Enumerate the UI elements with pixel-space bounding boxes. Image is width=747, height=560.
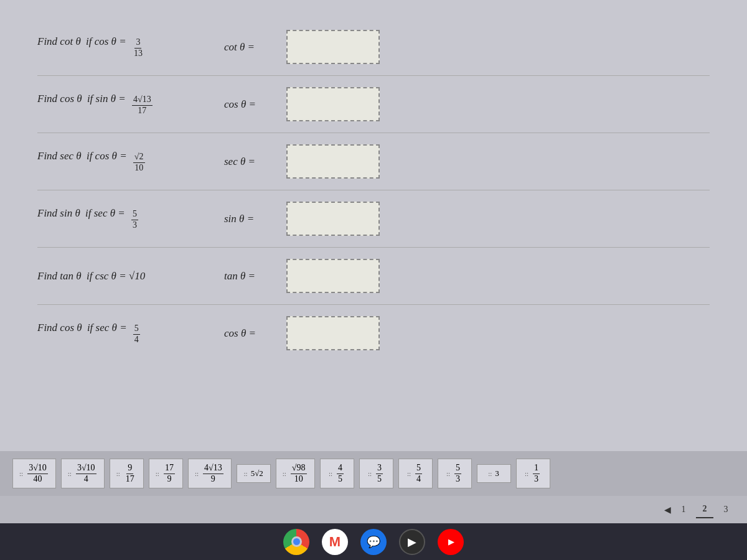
answer-input-3[interactable]: [286, 144, 380, 179]
condition-label-6: if sec θ =: [87, 322, 129, 334]
condition-label-2: if sin θ =: [87, 93, 128, 105]
frac-den-4: 3: [131, 220, 138, 231]
value-frac-1: 3 13: [133, 37, 144, 59]
answer-label-2: cos θ =: [224, 98, 274, 111]
screen: Find cot θ if cos θ = 3 13 cot θ = Find …: [0, 0, 747, 523]
answer-label-3: sec θ =: [224, 156, 274, 168]
find-label-1: Find cot θ: [37, 35, 83, 48]
answer-bar: :: 3√10 40 :: 3√10 4 :: 9 17 :: 17 9: [0, 451, 747, 497]
frac-num-4: 5: [131, 209, 138, 220]
problem-row-1: Find cot θ if cos θ = 3 13 cot θ =: [37, 19, 710, 75]
frac-den-1: 13: [133, 49, 144, 59]
answer-tile-1[interactable]: :: 3√10 40: [12, 459, 56, 489]
play-taskbar-icon[interactable]: ▶: [399, 529, 425, 555]
problem-row-3: Find sec θ if cos θ = √2 10 sec θ =: [37, 133, 710, 190]
problem-text-2: Find cos θ if sin θ = 4√13 17: [37, 93, 212, 116]
answer-input-1[interactable]: [286, 30, 380, 64]
page-button-3[interactable]: 3: [717, 501, 735, 518]
frac-den-6: 4: [133, 335, 140, 345]
answer-input-6[interactable]: [286, 316, 380, 350]
answer-tile-12[interactable]: :: 3: [477, 464, 511, 483]
find-label-2: Find cos θ: [37, 93, 85, 105]
answer-tile-5[interactable]: :: 4√13 9: [188, 459, 232, 489]
answer-label-1: cot θ =: [224, 41, 274, 54]
gmail-letter: M: [329, 534, 341, 550]
value-frac-6: 5 4: [133, 324, 140, 345]
youtube-icon-symbol: ▶: [448, 538, 454, 546]
answer-tile-10[interactable]: :: 5 4: [398, 459, 433, 489]
chat-icon-symbol: 💬: [367, 535, 380, 549]
answer-input-4[interactable]: [286, 202, 380, 236]
answer-input-5[interactable]: [286, 259, 380, 293]
problem-text-6: Find cos θ if sec θ = 5 4: [37, 322, 212, 345]
problem-text-4: Find sin θ if sec θ = 5 3: [37, 207, 212, 231]
problem-row-5: Find tan θ if csc θ = √10 tan θ =: [37, 248, 710, 304]
frac-den-3: 10: [133, 163, 144, 174]
page-button-1[interactable]: 1: [675, 501, 692, 518]
find-label-4: Find sin θ: [37, 207, 83, 220]
problem-row-2: Find cos θ if sin θ = 4√13 17 cos θ =: [37, 76, 710, 133]
problem-row-6: Find cos θ if sec θ = 5 4 cos θ =: [37, 305, 710, 362]
chrome-taskbar-icon[interactable]: [283, 529, 309, 555]
main-content: Find cot θ if cos θ = 3 13 cot θ = Find …: [0, 0, 747, 451]
answer-tile-13[interactable]: :: 1 3: [516, 459, 550, 489]
chat-taskbar-icon[interactable]: 💬: [360, 529, 387, 555]
answer-label-4: sin θ =: [224, 213, 274, 225]
taskbar: M 💬 ▶ ▶: [0, 523, 747, 560]
answer-tile-11[interactable]: :: 5 3: [438, 459, 472, 489]
problem-text-1: Find cot θ if cos θ = 3 13: [37, 35, 212, 59]
answer-tile-8[interactable]: :: 4 5: [320, 459, 354, 489]
chrome-center: [291, 536, 302, 547]
value-frac-3: √2 10: [133, 152, 145, 174]
problem-text-5: Find tan θ if csc θ = √10: [37, 270, 212, 282]
frac-num-6: 5: [133, 324, 140, 335]
frac-den-2: 17: [136, 106, 148, 116]
problem-row-4: Find sin θ if sec θ = 5 3 sin θ =: [37, 190, 710, 247]
answer-label-5: tan θ =: [224, 270, 274, 282]
answer-tile-6[interactable]: :: 5√2: [237, 464, 271, 483]
condition-label-4: if sec θ =: [85, 207, 128, 220]
value-frac-4: 5 3: [131, 209, 138, 231]
answer-tile-2[interactable]: :: 3√10 4: [61, 459, 105, 489]
page-button-2[interactable]: 2: [696, 501, 713, 518]
answer-tile-7[interactable]: :: √98 10: [276, 459, 315, 489]
condition-label-5: if csc θ = √10: [87, 270, 145, 282]
gmail-taskbar-icon[interactable]: M: [322, 529, 348, 555]
answer-tile-4[interactable]: :: 17 9: [149, 459, 183, 489]
frac-num-3: √2: [133, 152, 145, 163]
frac-num-2: 4√13: [132, 95, 153, 106]
answer-input-2[interactable]: [286, 87, 380, 121]
youtube-taskbar-icon[interactable]: ▶: [438, 529, 464, 555]
find-label-6: Find cos θ: [37, 322, 85, 334]
prev-page-button[interactable]: ◀: [664, 505, 671, 515]
condition-label-3: if cos θ =: [87, 150, 129, 162]
find-label-5: Find tan θ: [37, 270, 84, 282]
frac-num-1: 3: [134, 37, 141, 49]
play-icon-symbol: ▶: [408, 535, 416, 549]
answer-tile-3[interactable]: :: 9 17: [110, 459, 144, 489]
problem-text-3: Find sec θ if cos θ = √2 10: [37, 150, 212, 174]
answer-tile-9[interactable]: :: 3 5: [359, 459, 393, 489]
find-label-3: Find sec θ: [37, 150, 84, 162]
value-frac-2: 4√13 17: [132, 95, 153, 116]
condition-label-1: if cos θ =: [86, 35, 129, 48]
answer-label-6: cos θ =: [224, 327, 274, 340]
pagination-bar: ◀ 1 2 3: [0, 496, 747, 523]
